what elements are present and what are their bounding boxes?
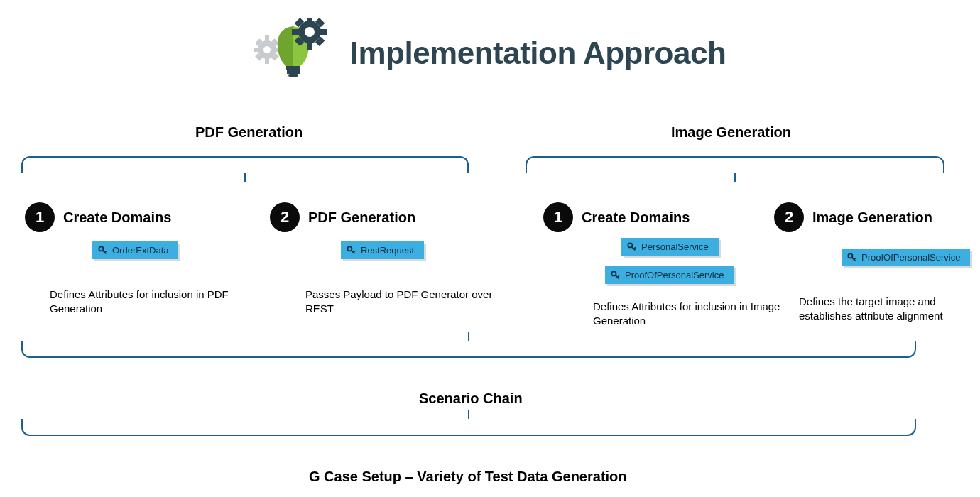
chip-personalservice: PersonalService [621,238,719,256]
step-number-circle: 1 [25,202,55,232]
svg-point-32 [611,271,616,275]
svg-rect-3 [254,48,259,52]
step-number-circle: 2 [270,202,300,232]
header: Implementation Approach [0,0,980,89]
step-title: PDF Generation [308,209,415,226]
chip-label: RestRequest [361,245,414,256]
section-label-image: Image Generation [671,124,791,141]
svg-line-31 [634,247,636,248]
svg-rect-14 [307,18,312,22]
step-img-2: 2 Image Generation [774,202,932,232]
step-title: Create Domains [582,209,690,226]
svg-rect-16 [292,29,300,35]
step-pdf-2: 2 PDF Generation [270,202,415,232]
step-number-circle: 1 [543,202,573,232]
bracket-scenario-chain [21,341,916,358]
svg-rect-11 [287,70,300,74]
svg-point-22 [305,27,315,37]
key-icon [347,246,356,256]
bracket-footer [21,419,916,436]
step-title: Create Domains [63,209,171,226]
svg-point-23 [99,246,103,251]
svg-rect-1 [265,36,269,42]
svg-rect-17 [320,29,327,35]
svg-rect-2 [265,58,269,64]
step-number-circle: 2 [774,202,804,232]
key-icon [627,242,637,252]
step-img-1: 1 Create Domains [543,202,690,232]
footer-label: G Case Setup – Variety of Test Data Gene… [309,469,627,485]
chip-restrequest: RestRequest [341,241,424,259]
svg-rect-12 [288,74,298,77]
chip-label: ProofOfPersonalService [625,270,724,280]
scenario-chain-label: Scenario Chain [419,390,523,407]
svg-line-25 [105,251,107,252]
chip-orderextdata: OrderExtData [92,241,178,259]
chip-proofofpersonalservice: ProofOfPersonalService [605,266,734,284]
page-title: Implementation Approach [350,36,726,71]
chip-label: OrderExtData [112,245,168,256]
section-label-pdf: PDF Generation [195,124,303,141]
svg-line-37 [854,258,856,259]
step-desc: Passes Payload to PDF Generator over RES… [305,288,504,317]
chip-label: PersonalService [641,241,709,252]
step-title: Image Generation [812,209,932,226]
svg-line-28 [354,251,355,252]
bracket-pdf [21,156,469,173]
chip-label: ProofOfPersonalService [861,252,960,263]
svg-point-9 [263,46,271,53]
svg-point-29 [628,243,632,247]
step-desc: Defines Attributes for inclusion in Imag… [593,300,792,329]
svg-line-34 [618,275,619,277]
chip-proofofpersonalservice-2: ProofOfPersonalService [842,248,970,266]
bracket-image [526,156,944,173]
key-icon [98,246,108,256]
svg-point-26 [347,246,352,251]
step-desc: Defines the target image and establishes… [799,295,980,324]
step-pdf-1: 1 Create Domains [25,202,171,232]
svg-rect-15 [307,42,312,50]
key-icon [611,271,621,280]
step-desc: Defines Attributes for inclusion in PDF … [50,288,249,317]
svg-rect-10 [286,66,300,70]
key-icon [847,253,857,263]
logo-icon [254,18,332,89]
svg-point-35 [848,253,852,258]
